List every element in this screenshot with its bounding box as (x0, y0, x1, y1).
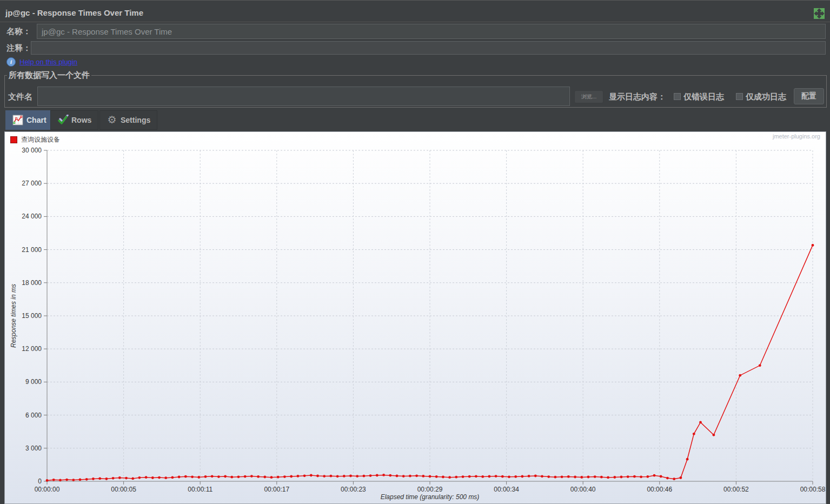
tab-settings[interactable]: ⚙ Settings (99, 110, 157, 130)
response-time-chart: 03 0006 0009 00012 00015 00018 00021 000… (5, 132, 826, 503)
file-groupbox-title: 所有数据写入一个文件 (7, 70, 91, 81)
success-only-checkbox[interactable] (736, 93, 743, 100)
legend-swatch (10, 136, 17, 143)
window-title: jp@gc - Response Times Over Time (5, 8, 143, 17)
svg-text:12 000: 12 000 (22, 345, 42, 353)
svg-text:00:00:58: 00:00:58 (800, 486, 826, 493)
svg-text:00:00:29: 00:00:29 (417, 486, 443, 493)
svg-text:6 000: 6 000 (25, 412, 42, 419)
svg-text:00:00:46: 00:00:46 (647, 486, 672, 493)
chart-panel: 查询设施设备 jmeter-plugins.org 03 0006 0009 0… (4, 131, 826, 504)
svg-text:Response times in ms: Response times in ms (10, 284, 17, 348)
browse-button[interactable]: 浏览... (574, 90, 603, 103)
svg-text:00:00:34: 00:00:34 (494, 486, 519, 493)
watermark: jmeter-plugins.org (773, 133, 820, 140)
legend-label: 查询设施设备 (21, 135, 60, 144)
errors-only-checkbox[interactable] (674, 93, 681, 100)
file-groupbox: 所有数据写入一个文件 文件名 浏览... 显示日志内容： 仅错误日志 仅成功日志… (4, 75, 827, 108)
svg-text:9 000: 9 000 (25, 378, 42, 386)
svg-text:27 000: 27 000 (22, 180, 42, 187)
comment-label: 注释： (6, 43, 31, 54)
svg-text:18 000: 18 000 (22, 279, 42, 287)
svg-text:00:00:23: 00:00:23 (341, 486, 366, 493)
svg-text:Elapsed time (granularity: 500: Elapsed time (granularity: 500 ms) (381, 493, 480, 501)
comment-input[interactable] (31, 41, 826, 55)
tab-label: Settings (121, 116, 150, 124)
svg-text:00:00:17: 00:00:17 (264, 486, 289, 493)
chart-icon (12, 115, 23, 125)
svg-text:00:00:40: 00:00:40 (570, 486, 596, 493)
svg-text:30 000: 30 000 (22, 147, 42, 154)
help-link[interactable]: Help on this plugin (19, 58, 77, 66)
tab-rows[interactable]: Rows (50, 110, 98, 130)
name-label: 名称： (6, 26, 31, 37)
success-only-label: 仅成功日志 (746, 92, 786, 102)
log-display-label: 显示日志内容： (609, 92, 666, 102)
info-icon: i (6, 57, 16, 67)
chart-legend: 查询设施设备 (10, 135, 60, 144)
window-header: jp@gc - Response Times Over Time (0, 0, 830, 22)
expand-icon[interactable] (814, 8, 825, 19)
svg-text:00:00:05: 00:00:05 (111, 486, 136, 493)
svg-text:0: 0 (38, 478, 42, 485)
svg-text:00:00:00: 00:00:00 (35, 486, 60, 493)
filename-input[interactable] (37, 87, 570, 106)
configure-button[interactable]: 配置 (794, 88, 824, 104)
gear-icon: ⚙ (107, 115, 117, 125)
svg-text:00:00:52: 00:00:52 (723, 486, 749, 493)
name-input[interactable] (37, 24, 826, 39)
filename-label: 文件名 (8, 92, 32, 102)
tab-chart[interactable]: Chart (5, 110, 54, 130)
checkmarks-icon (57, 115, 68, 125)
errors-only-label: 仅错误日志 (683, 92, 724, 102)
svg-text:15 000: 15 000 (22, 312, 42, 320)
svg-text:24 000: 24 000 (22, 213, 42, 220)
svg-text:21 000: 21 000 (22, 246, 42, 254)
tab-label: Rows (71, 116, 91, 124)
tab-label: Chart (26, 116, 47, 124)
svg-text:3 000: 3 000 (25, 445, 42, 452)
svg-text:00:00:11: 00:00:11 (188, 486, 213, 493)
